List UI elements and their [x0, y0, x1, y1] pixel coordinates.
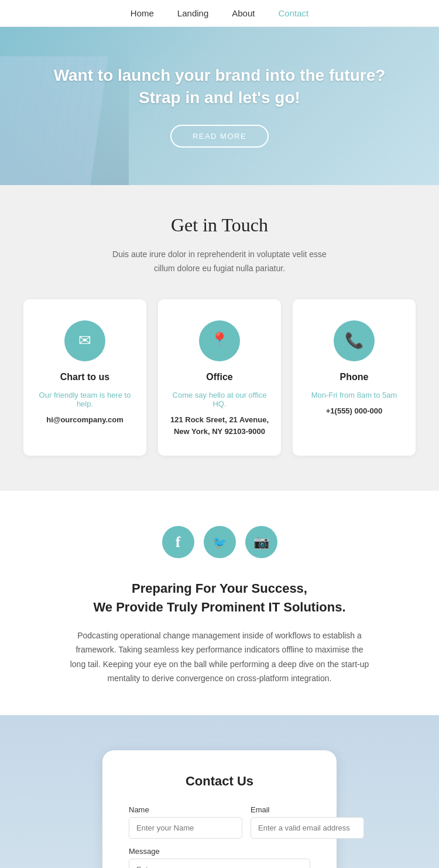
- phone-card-title: Phone: [304, 372, 404, 382]
- office-card-title: Office: [170, 372, 269, 382]
- get-in-touch-title: Get in Touch: [23, 214, 416, 236]
- message-group: Message: [129, 847, 310, 868]
- instagram-icon[interactable]: 📷: [245, 526, 277, 558]
- name-input[interactable]: [129, 817, 242, 839]
- nav-about[interactable]: About: [232, 8, 255, 18]
- name-label: Name: [129, 805, 242, 814]
- contact-section: Contact Us Name Email Message Gallery 🧔: [0, 715, 439, 868]
- contact-form-card: Contact Us Name Email Message Gallery 🧔: [102, 750, 337, 868]
- twitter-icon[interactable]: 🐦: [204, 526, 236, 558]
- office-icon: 📍: [199, 320, 240, 361]
- email-group: Email: [251, 805, 364, 839]
- contact-cards: ✉ Chart to us Our friendly team is here …: [23, 299, 416, 456]
- nav-home[interactable]: Home: [131, 8, 154, 18]
- email-input[interactable]: [251, 817, 364, 839]
- preparing-text: Podcasting operational change management…: [67, 628, 372, 686]
- nav-contact[interactable]: Contact: [278, 8, 308, 18]
- chat-card-link: Our friendly team is here to help.: [35, 391, 135, 408]
- chat-card-detail: hi@ourcompany.com: [35, 414, 135, 426]
- get-in-touch-subtitle: Duis aute irure dolor in reprehenderit i…: [23, 248, 416, 276]
- office-card-detail: 121 Rock Sreet, 21 Avenue,New York, NY 9…: [170, 414, 269, 439]
- chat-icon: ✉: [64, 320, 105, 361]
- phone-card-link: Mon-Fri from 8am to 5am: [304, 391, 404, 399]
- message-label: Message: [129, 847, 310, 856]
- facebook-icon[interactable]: f: [162, 526, 194, 558]
- phone-card-detail: +1(555) 000-000: [304, 405, 404, 418]
- navigation: Home Landing About Contact: [0, 0, 439, 27]
- nav-landing[interactable]: Landing: [177, 8, 208, 18]
- contact-card-office: 📍 Office Come say hello at our office HQ…: [158, 299, 281, 456]
- hero-section: Want to launch your brand into the futur…: [0, 27, 439, 185]
- message-input[interactable]: [129, 859, 310, 868]
- contact-card-chat: ✉ Chart to us Our friendly team is here …: [23, 299, 146, 456]
- get-in-touch-section: Get in Touch Duis aute irure dolor in re…: [0, 185, 439, 491]
- phone-icon: 📞: [334, 320, 375, 361]
- social-icons: f 🐦 📷: [47, 526, 392, 558]
- name-group: Name: [129, 805, 242, 839]
- read-more-button[interactable]: READ MORE: [170, 125, 269, 148]
- name-email-row: Name Email: [129, 805, 310, 839]
- office-card-link: Come say hello at our office HQ.: [170, 391, 269, 408]
- social-section: f 🐦 📷 Preparing For Your Success,We Prov…: [0, 491, 439, 715]
- email-label: Email: [251, 805, 364, 814]
- hero-title: Want to launch your brand into the futur…: [47, 64, 392, 109]
- contact-card-phone: 📞 Phone Mon-Fri from 8am to 5am +1(555) …: [293, 299, 416, 456]
- hero-content: Want to launch your brand into the futur…: [0, 64, 439, 148]
- chat-card-title: Chart to us: [35, 372, 135, 382]
- contact-form-title: Contact Us: [129, 774, 310, 789]
- preparing-title: Preparing For Your Success,We Provide Tr…: [47, 579, 392, 617]
